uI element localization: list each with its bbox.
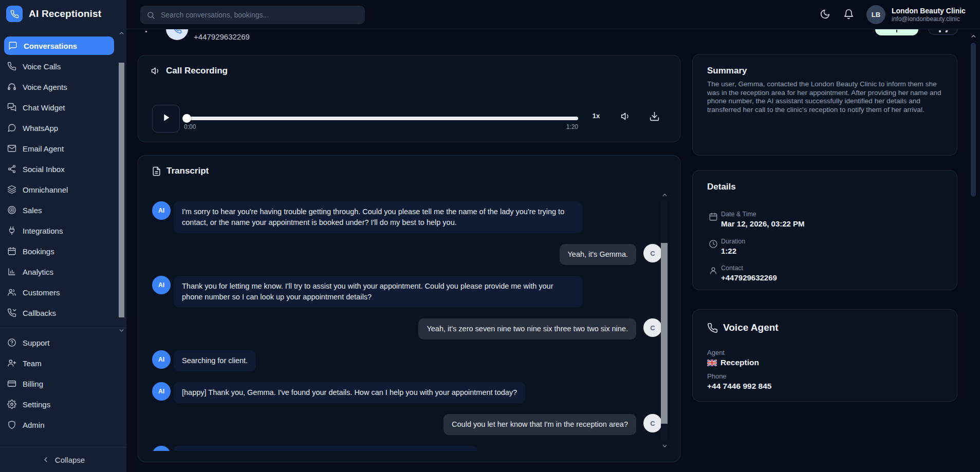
sidebar-scrollbar[interactable] [118, 30, 125, 334]
back-button[interactable] [145, 31, 147, 32]
brand-title: AI Receptionist [29, 8, 101, 20]
sidebar-item-analytics[interactable]: Analytics [0, 261, 126, 282]
seek-slider-thumb[interactable] [182, 114, 191, 123]
page-scrollbar-thumb[interactable] [971, 43, 976, 197]
scroll-up-icon[interactable] [969, 33, 977, 40]
users-icon [7, 288, 16, 297]
transcript-message: AI Searching for client. [152, 350, 662, 371]
user-icon [709, 266, 718, 275]
sidebar-item-integrations[interactable]: Integrations [0, 220, 126, 241]
detail-label: Date & Time [721, 211, 805, 218]
sidebar-item-label: Social Inbox [23, 165, 65, 174]
scroll-up-icon[interactable] [660, 192, 669, 198]
status-badge-clipped[interactable] [875, 29, 918, 35]
gear-icon [7, 400, 16, 409]
sidebar-item-conversations[interactable]: Conversations [4, 36, 114, 55]
detail-label: Duration [721, 238, 745, 245]
sidebar-item-label: Billing [23, 380, 43, 388]
sidebar-item-label: Sales [23, 206, 42, 215]
sidebar-item-label: Support [23, 338, 50, 347]
playback-speed-button[interactable]: 1x [587, 112, 605, 120]
customer-avatar: C [643, 244, 662, 262]
transcript-card: Transcript AI I'm sorry to hear you're h… [138, 155, 680, 462]
action-button-clipped[interactable] [928, 29, 958, 35]
calendar-icon [709, 212, 718, 221]
voice-agent-card: Voice Agent Agent Reception Phone +44 74… [692, 309, 957, 402]
agent-name: Reception [720, 358, 759, 367]
sidebar-item-label: Omnichannel [23, 185, 68, 194]
transcript-message: AI I'm sorry to hear you're having troub… [152, 201, 662, 233]
detail-value: +447929632269 [721, 273, 777, 282]
transcript-message: Yeah, it's zero seven nine two nine six … [152, 318, 662, 339]
layers-icon [7, 185, 16, 194]
agent-phone-value: +44 7446 992 845 [707, 382, 771, 391]
sidebar-item-team[interactable]: Team [0, 353, 126, 373]
transcript-scrollbar[interactable] [660, 192, 669, 449]
seek-slider[interactable] [184, 117, 578, 120]
sidebar-item-whatsapp[interactable]: WhatsApp [0, 118, 126, 138]
sidebar-item-bookings[interactable]: Bookings [0, 241, 126, 261]
sidebar-item-label: Bookings [23, 247, 54, 256]
user-plus-icon [7, 358, 16, 368]
org-name: London Beauty Clinic [892, 7, 966, 15]
chat-bubble-icon [8, 41, 17, 50]
clock-icon [709, 239, 718, 249]
sidebar-item-billing[interactable]: Billing [0, 373, 126, 394]
summary-text: The user, Gemma, contacted the London Be… [707, 80, 945, 114]
brand-phone-icon [6, 6, 23, 22]
phone-icon [7, 62, 16, 71]
sidebar-item-omnichannel[interactable]: Omnichannel [0, 179, 126, 200]
message-bubble: Yeah, it's Gemma. [560, 244, 636, 265]
account-menu[interactable]: LB London Beauty Clinic info@londonbeaut… [866, 5, 966, 24]
search-icon [146, 11, 155, 20]
speaker-icon [151, 66, 161, 76]
transcript-message: AI Thank you for letting me know. I'll t… [152, 276, 662, 308]
call-recording-card: Call Recording 0:00 1:20 1x [138, 55, 680, 142]
sidebar-item-label: Settings [23, 400, 50, 409]
detail-label: Contact [721, 265, 777, 272]
customer-avatar: C [643, 414, 662, 432]
dark-mode-toggle[interactable] [818, 8, 831, 22]
sidebar-item-settings[interactable]: Settings [0, 394, 126, 414]
play-button[interactable] [152, 105, 180, 133]
credit-card-icon [7, 379, 16, 388]
sidebar-item-voice-calls[interactable]: Voice Calls [0, 56, 126, 77]
sidebar-item-email-agent[interactable]: Email Agent [0, 138, 126, 159]
play-icon [160, 112, 172, 125]
sidebar-item-support[interactable]: Support [0, 332, 126, 353]
notifications-button[interactable] [842, 8, 855, 22]
volume-icon [620, 111, 631, 124]
sidebar-item-customers[interactable]: Customers [0, 282, 126, 303]
scroll-down-icon[interactable] [118, 327, 125, 334]
envelope-icon [7, 144, 16, 153]
transcript-messages: AI I'm sorry to hear you're having troub… [152, 191, 662, 451]
message-bubble: Yeah, it's zero seven nine two nine six … [418, 318, 636, 339]
message-bubble: [happy] Thank you, Gemma. I've found you… [174, 382, 525, 403]
transcript-scrollbar-thumb[interactable] [661, 243, 668, 424]
details-card: Details Date & Time Mar 12, 2026, 03:22 … [692, 170, 957, 290]
sidebar-scrollbar-thumb[interactable] [119, 63, 124, 317]
volume-button[interactable] [619, 110, 632, 124]
org-email: info@londonbeauty.clinic [892, 15, 966, 23]
download-button[interactable] [648, 110, 661, 124]
page-scrollbar[interactable] [969, 29, 977, 472]
scroll-up-icon[interactable] [118, 30, 125, 36]
ai-avatar: AI [152, 201, 171, 220]
collapse-label: Collapse [55, 456, 85, 464]
agent-value: Reception [707, 358, 759, 367]
search-input[interactable] [160, 10, 359, 20]
headphones-icon [7, 82, 16, 91]
message-bubble: Could you let her know that I'm in the r… [443, 414, 636, 435]
sidebar-item-chat-widget[interactable]: Chat Widget [0, 97, 126, 118]
sidebar-collapse-button[interactable]: Collapse [0, 447, 126, 472]
call-recording-header: Call Recording [151, 66, 228, 76]
sidebar-item-admin[interactable]: Admin [0, 414, 126, 435]
scroll-down-icon[interactable] [660, 443, 669, 449]
search-bar[interactable] [140, 6, 365, 24]
sidebar-item-sales[interactable]: Sales [0, 200, 126, 220]
help-circle-icon [7, 338, 16, 347]
sidebar-item-voice-agents[interactable]: Voice Agents [0, 77, 126, 97]
sidebar-item-callbacks[interactable]: Callbacks [0, 303, 126, 323]
sidebar-item-social-inbox[interactable]: Social Inbox [0, 159, 126, 179]
call-recording-title: Call Recording [166, 66, 228, 76]
